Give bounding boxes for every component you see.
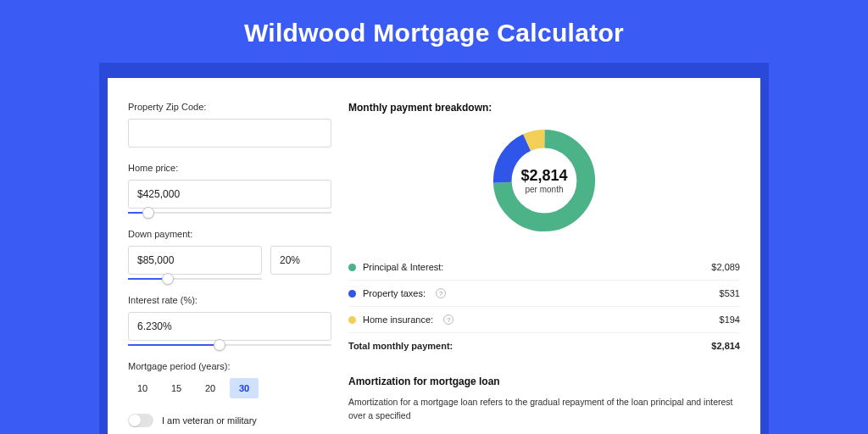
legend-row-taxes: Property taxes: ? $531: [348, 281, 740, 307]
legend-label-principal: Principal & Interest:: [363, 262, 443, 272]
legend-value-principal: $2,089: [711, 262, 740, 272]
dot-insurance: [348, 316, 356, 324]
down-payment-slider-thumb[interactable]: [162, 273, 174, 285]
interest-rate-slider-thumb[interactable]: [214, 339, 225, 351]
interest-rate-slider[interactable]: [128, 344, 331, 346]
legend-label-total: Total monthly payment:: [348, 341, 453, 351]
dot-principal: [348, 264, 356, 271]
legend-label-insurance: Home insurance:: [363, 314, 433, 325]
help-icon[interactable]: ?: [443, 314, 453, 325]
veteran-label: I am veteran or military: [162, 415, 257, 426]
veteran-toggle-knob: [129, 415, 141, 426]
down-payment-label: Down payment:: [128, 229, 331, 239]
breakdown-column: Monthly payment breakdown: $2,814 per mo…: [348, 102, 740, 427]
veteran-toggle[interactable]: [128, 414, 153, 427]
dot-taxes: [348, 290, 356, 298]
inputs-column: Property Zip Code: Home price: Down paym…: [128, 102, 331, 427]
period-option-20[interactable]: 20: [196, 378, 225, 398]
calculator-card: Property Zip Code: Home price: Down paym…: [108, 78, 760, 434]
down-payment-field: Down payment:: [128, 229, 331, 280]
down-payment-pct-input[interactable]: [270, 246, 331, 275]
home-price-label: Home price:: [128, 163, 331, 173]
zip-field: Property Zip Code:: [128, 102, 331, 147]
down-payment-slider[interactable]: [128, 278, 262, 280]
interest-rate-slider-fill: [128, 344, 220, 346]
interest-rate-label: Interest rate (%):: [128, 295, 331, 305]
donut-chart: $2,814 per month: [348, 125, 740, 236]
interest-rate-field: Interest rate (%):: [128, 295, 331, 346]
veteran-row: I am veteran or military: [128, 414, 331, 427]
legend-row-insurance: Home insurance: ? $194: [348, 307, 740, 333]
page-title: Wildwood Mortgage Calculator: [0, 0, 868, 63]
zip-label: Property Zip Code:: [128, 102, 331, 112]
legend-row-total: Total monthly payment: $2,814: [348, 333, 740, 359]
period-option-15[interactable]: 15: [162, 378, 191, 398]
down-payment-input[interactable]: [128, 246, 262, 275]
period-option-30[interactable]: 30: [230, 378, 259, 398]
mortgage-period-field: Mortgage period (years): 10 15 20 30: [128, 361, 331, 398]
home-price-slider-thumb[interactable]: [142, 207, 154, 219]
donut-amount: $2,814: [520, 167, 567, 185]
period-option-10[interactable]: 10: [128, 378, 157, 398]
home-price-field: Home price:: [128, 163, 331, 214]
legend-value-taxes: $531: [720, 288, 740, 298]
amortization-title: Amortization for mortgage loan: [348, 376, 740, 387]
help-icon[interactable]: ?: [436, 288, 446, 298]
donut-sub: per month: [520, 185, 567, 194]
home-price-input[interactable]: [128, 180, 331, 209]
mortgage-period-label: Mortgage period (years):: [128, 361, 331, 371]
breakdown-title: Monthly payment breakdown:: [348, 102, 740, 114]
period-options: 10 15 20 30: [128, 378, 331, 398]
legend-value-total: $2,814: [711, 341, 740, 351]
legend-value-insurance: $194: [720, 314, 740, 325]
outer-panel: Property Zip Code: Home price: Down paym…: [99, 63, 769, 434]
amortization-text: Amortization for a mortgage loan refers …: [348, 396, 740, 423]
donut-center: $2,814 per month: [520, 167, 567, 194]
interest-rate-input[interactable]: [128, 312, 331, 341]
legend-row-principal: Principal & Interest: $2,089: [348, 254, 740, 281]
legend-label-taxes: Property taxes:: [363, 288, 426, 298]
zip-input[interactable]: [128, 119, 331, 147]
home-price-slider[interactable]: [128, 212, 331, 214]
